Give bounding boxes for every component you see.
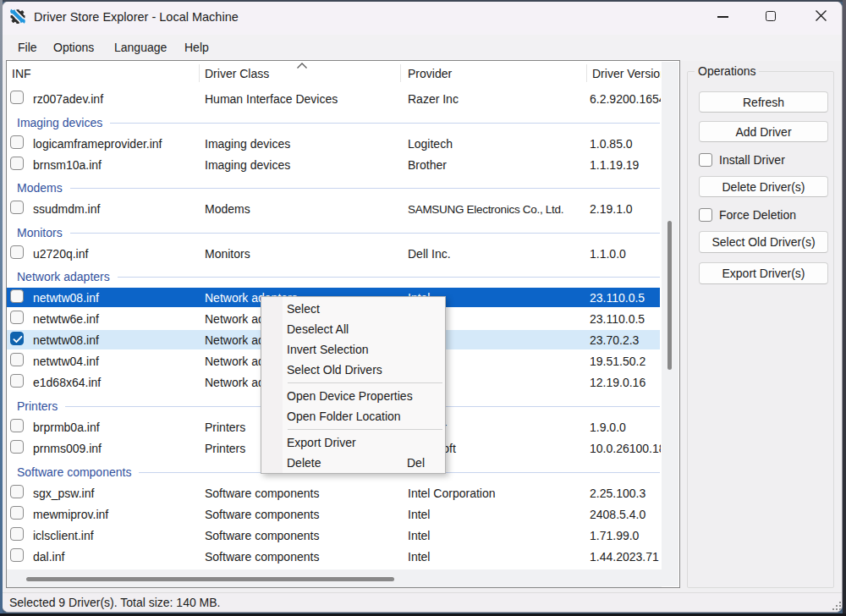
- row-highlight: [7, 244, 660, 263]
- table-row[interactable]: mewmiprov.infSoftware componentsIntel240…: [7, 504, 661, 525]
- context-menu-item-label: Deselect All: [287, 322, 349, 336]
- column-separator[interactable]: [400, 64, 401, 82]
- row-checkbox[interactable]: [10, 374, 24, 388]
- column-separator[interactable]: [586, 64, 587, 82]
- row-checkbox[interactable]: [10, 201, 24, 214]
- table-row[interactable]: u2720q.infMonitorsDell Inc.1.1.0.0: [7, 244, 661, 265]
- titlebar[interactable]: Driver Store Explorer - Local Machine: [3, 2, 842, 35]
- cell-driver-version: 23.70.2.3: [590, 331, 639, 350]
- table-row[interactable]: sgx_psw.infSoftware componentsIntel Corp…: [7, 483, 661, 504]
- cell-driver-version: 1.44.2023.71: [590, 547, 659, 567]
- list-header: INF Driver Class Provider Driver Version: [7, 61, 661, 85]
- column-separator[interactable]: [199, 64, 200, 82]
- table-row[interactable]: rz007adev.infHuman Interface DevicesRaze…: [7, 89, 661, 110]
- maximize-icon[interactable]: [766, 11, 776, 21]
- group-header-label[interactable]: Printers: [17, 396, 58, 417]
- row-checkbox[interactable]: [10, 245, 24, 259]
- minimize-icon[interactable]: [717, 16, 728, 18]
- window-title: Driver Store Explorer - Local Machine: [34, 2, 239, 33]
- group-header-label[interactable]: Imaging devices: [17, 113, 102, 134]
- menu-language[interactable]: Language: [114, 35, 167, 61]
- table-row[interactable]: logicamframeprovider.infImaging devicesL…: [7, 134, 661, 155]
- context-menu-separator: [261, 380, 445, 386]
- column-header-provider[interactable]: Provider: [408, 61, 452, 85]
- row-checkbox[interactable]: [10, 485, 24, 498]
- add-driver-button[interactable]: Add Driver: [699, 121, 828, 142]
- cell-inf: netwtw08.inf: [33, 331, 99, 350]
- table-row[interactable]: iclsclient.infSoftware componentsIntel1.…: [7, 525, 661, 547]
- cell-driver-version: 1.0.85.0: [590, 135, 633, 154]
- context-menu-item-open-device-properties[interactable]: Open Device Properties: [261, 386, 445, 406]
- context-menu-item-open-folder-location[interactable]: Open Folder Location: [261, 406, 445, 426]
- cell-inf: ssudmdm.inf: [33, 200, 100, 219]
- sort-ascending-icon: [296, 63, 308, 69]
- cell-provider: Intel: [408, 547, 430, 567]
- row-checkbox[interactable]: [10, 506, 24, 520]
- column-header-driver-version[interactable]: Driver Version: [592, 61, 661, 85]
- group-header-label[interactable]: Modems: [17, 178, 63, 199]
- group-header-label[interactable]: Network adapters: [17, 267, 110, 288]
- row-checkbox[interactable]: [10, 157, 24, 170]
- group-header: Monitors: [7, 220, 661, 244]
- install-driver-checkbox[interactable]: [699, 153, 712, 167]
- desktop-edge-top: [0, 0, 846, 2]
- row-checkbox-checked[interactable]: [10, 332, 24, 345]
- resize-grip-icon[interactable]: [832, 601, 842, 611]
- export-drivers-button[interactable]: Export Driver(s): [699, 262, 828, 284]
- cell-driver-version: 1.71.99.0: [590, 526, 639, 546]
- context-menu-item-export-driver[interactable]: Export Driver: [261, 432, 445, 453]
- row-checkbox[interactable]: [10, 135, 24, 149]
- cell-provider: Logitech: [408, 135, 453, 154]
- refresh-button[interactable]: Refresh: [699, 91, 828, 113]
- row-checkbox[interactable]: [10, 311, 24, 324]
- cell-inf: iclsclient.inf: [33, 526, 94, 546]
- group-header-label[interactable]: Monitors: [17, 223, 63, 244]
- force-deletion-checkbox[interactable]: [699, 208, 712, 222]
- status-text: Selected 9 Driver(s). Total size: 140 MB…: [9, 593, 221, 613]
- group-header-label[interactable]: Software components: [17, 462, 131, 483]
- select-old-drivers-button[interactable]: Select Old Driver(s): [699, 231, 828, 253]
- column-header-inf[interactable]: INF: [12, 61, 31, 85]
- row-checkbox[interactable]: [10, 289, 24, 303]
- context-menu-item-delete[interactable]: DeleteDel: [261, 453, 445, 473]
- delete-drivers-button[interactable]: Delete Driver(s): [699, 176, 828, 197]
- column-header-driver-class[interactable]: Driver Class: [205, 61, 269, 85]
- menubar: File Options Language Help: [3, 35, 842, 61]
- close-icon[interactable]: [816, 10, 827, 21]
- group-header-line: [118, 267, 660, 288]
- cell-driver-version: 1.1.19.19: [590, 156, 639, 175]
- desktop-edge-right: [843, 0, 846, 616]
- cell-driver-version: 2408.5.4.0: [590, 505, 645, 525]
- row-checkbox[interactable]: [10, 440, 24, 454]
- table-row[interactable]: brnsm10a.infImaging devicesBrother1.1.19…: [7, 155, 661, 176]
- context-menu-item-invert-selection[interactable]: Invert Selection: [261, 339, 445, 360]
- menu-file[interactable]: File: [18, 35, 37, 61]
- context-menu-item-select-old-drivers[interactable]: Select Old Drivers: [261, 360, 445, 380]
- table-row[interactable]: ssudmdm.infModemsSAMSUNG Electronics Co.…: [7, 199, 661, 220]
- vertical-scrollbar-thumb[interactable]: [667, 221, 672, 370]
- install-driver-label: Install Driver: [719, 153, 785, 168]
- menu-help[interactable]: Help: [184, 35, 209, 61]
- context-menu-item-label: Open Device Properties: [287, 389, 413, 403]
- row-checkbox[interactable]: [10, 527, 24, 541]
- cell-driver-version: 2.25.100.3: [590, 484, 645, 503]
- context-menu-item-label: Export Driver: [287, 436, 356, 449]
- cell-inf: sgx_psw.inf: [33, 484, 94, 503]
- context-menu-item-deselect-all[interactable]: Deselect All: [261, 319, 445, 339]
- cell-driver-version: 19.51.50.2: [590, 352, 645, 371]
- group-header: Imaging devices: [7, 110, 661, 134]
- cell-provider: Intel: [408, 526, 430, 546]
- menu-options[interactable]: Options: [53, 35, 94, 61]
- group-header: Network adapters: [7, 265, 661, 289]
- row-checkbox[interactable]: [10, 419, 24, 432]
- table-row[interactable]: dal.infSoftware componentsIntel1.44.2023…: [7, 547, 661, 568]
- statusbar: Selected 9 Driver(s). Total size: 140 MB…: [3, 592, 842, 613]
- row-checkbox[interactable]: [10, 91, 24, 104]
- cell-inf: brnsm10a.inf: [33, 156, 102, 175]
- context-menu-item-select[interactable]: Select: [261, 299, 445, 319]
- row-checkbox[interactable]: [10, 353, 24, 366]
- group-header-line: [70, 223, 660, 244]
- horizontal-scrollbar-thumb[interactable]: [26, 577, 394, 581]
- row-checkbox[interactable]: [10, 548, 24, 562]
- cell-driver-version: 23.110.0.5: [590, 289, 645, 308]
